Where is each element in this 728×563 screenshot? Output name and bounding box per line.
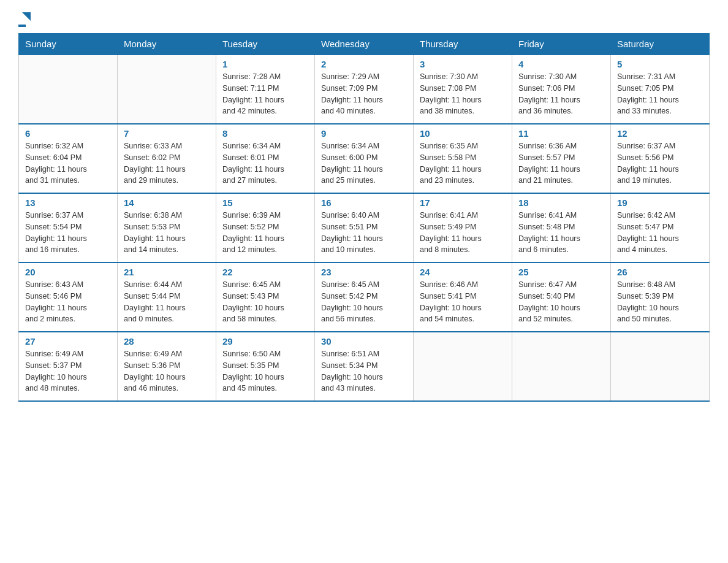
calendar-cell: 4Sunrise: 7:30 AMSunset: 7:06 PMDaylight… bbox=[512, 55, 611, 124]
day-info: Sunrise: 6:45 AMSunset: 5:42 PMDaylight:… bbox=[321, 279, 407, 325]
day-number: 3 bbox=[420, 59, 506, 69]
day-number: 25 bbox=[518, 267, 604, 277]
calendar-cell: 10Sunrise: 6:35 AMSunset: 5:58 PMDayligh… bbox=[414, 124, 512, 193]
day-info: Sunrise: 7:28 AMSunset: 7:11 PMDaylight:… bbox=[222, 71, 308, 117]
calendar-cell: 22Sunrise: 6:45 AMSunset: 5:43 PMDayligh… bbox=[216, 262, 315, 332]
day-number: 16 bbox=[321, 197, 407, 208]
day-number: 9 bbox=[321, 128, 407, 139]
day-info: Sunrise: 6:38 AMSunset: 5:53 PMDaylight:… bbox=[124, 210, 210, 256]
calendar-cell: 9Sunrise: 6:34 AMSunset: 6:00 PMDaylight… bbox=[315, 124, 414, 193]
calendar-cell: 17Sunrise: 6:41 AMSunset: 5:49 PMDayligh… bbox=[414, 193, 512, 262]
day-info: Sunrise: 6:42 AMSunset: 5:47 PMDaylight:… bbox=[617, 210, 703, 256]
weekday-header-monday: Monday bbox=[118, 34, 216, 55]
day-info: Sunrise: 6:33 AMSunset: 6:02 PMDaylight:… bbox=[124, 140, 210, 186]
calendar-cell: 3Sunrise: 7:30 AMSunset: 7:08 PMDaylight… bbox=[414, 55, 512, 124]
day-number: 10 bbox=[420, 128, 506, 139]
day-info: Sunrise: 6:34 AMSunset: 6:01 PMDaylight:… bbox=[222, 140, 308, 186]
day-info: Sunrise: 6:37 AMSunset: 5:54 PMDaylight:… bbox=[25, 210, 111, 256]
day-number: 23 bbox=[321, 267, 407, 277]
calendar-cell: 1Sunrise: 7:28 AMSunset: 7:11 PMDaylight… bbox=[216, 55, 315, 124]
day-number: 15 bbox=[222, 197, 308, 208]
day-info: Sunrise: 7:29 AMSunset: 7:09 PMDaylight:… bbox=[321, 71, 407, 117]
day-number: 24 bbox=[420, 267, 506, 277]
calendar-cell: 2Sunrise: 7:29 AMSunset: 7:09 PMDaylight… bbox=[315, 55, 414, 124]
day-info: Sunrise: 6:40 AMSunset: 5:51 PMDaylight:… bbox=[321, 210, 407, 256]
calendar-cell bbox=[414, 332, 512, 401]
day-info: Sunrise: 6:43 AMSunset: 5:46 PMDaylight:… bbox=[25, 279, 111, 325]
day-number: 13 bbox=[25, 197, 111, 208]
day-number: 18 bbox=[518, 197, 604, 208]
calendar-cell: 13Sunrise: 6:37 AMSunset: 5:54 PMDayligh… bbox=[19, 193, 118, 262]
calendar-cell: 29Sunrise: 6:50 AMSunset: 5:35 PMDayligh… bbox=[216, 332, 315, 401]
day-number: 22 bbox=[222, 267, 308, 277]
day-number: 29 bbox=[222, 336, 308, 347]
day-number: 21 bbox=[124, 267, 210, 277]
calendar-cell: 15Sunrise: 6:39 AMSunset: 5:52 PMDayligh… bbox=[216, 193, 315, 262]
day-info: Sunrise: 6:48 AMSunset: 5:39 PMDaylight:… bbox=[617, 279, 703, 325]
weekday-header-friday: Friday bbox=[512, 34, 611, 55]
logo-triangle-icon bbox=[20, 10, 33, 23]
day-number: 11 bbox=[518, 128, 604, 139]
day-number: 19 bbox=[617, 197, 703, 208]
calendar-cell: 11Sunrise: 6:36 AMSunset: 5:57 PMDayligh… bbox=[512, 124, 611, 193]
calendar-cell: 8Sunrise: 6:34 AMSunset: 6:01 PMDaylight… bbox=[216, 124, 315, 193]
day-info: Sunrise: 6:51 AMSunset: 5:34 PMDaylight:… bbox=[321, 348, 407, 394]
calendar-cell: 25Sunrise: 6:47 AMSunset: 5:40 PMDayligh… bbox=[512, 262, 611, 332]
weekday-header-wednesday: Wednesday bbox=[315, 34, 414, 55]
calendar-cell: 30Sunrise: 6:51 AMSunset: 5:34 PMDayligh… bbox=[315, 332, 414, 401]
calendar-cell: 27Sunrise: 6:49 AMSunset: 5:37 PMDayligh… bbox=[19, 332, 118, 401]
day-number: 5 bbox=[617, 59, 703, 69]
weekday-header-sunday: Sunday bbox=[19, 34, 118, 55]
calendar-cell: 16Sunrise: 6:40 AMSunset: 5:51 PMDayligh… bbox=[315, 193, 414, 262]
calendar-cell bbox=[512, 332, 611, 401]
day-info: Sunrise: 6:44 AMSunset: 5:44 PMDaylight:… bbox=[124, 279, 210, 325]
calendar-cell bbox=[19, 55, 118, 124]
calendar-cell: 20Sunrise: 6:43 AMSunset: 5:46 PMDayligh… bbox=[19, 262, 118, 332]
calendar-cell: 26Sunrise: 6:48 AMSunset: 5:39 PMDayligh… bbox=[611, 262, 710, 332]
day-info: Sunrise: 6:49 AMSunset: 5:36 PMDaylight:… bbox=[124, 348, 210, 394]
calendar-cell: 18Sunrise: 6:41 AMSunset: 5:48 PMDayligh… bbox=[512, 193, 611, 262]
day-info: Sunrise: 7:30 AMSunset: 7:08 PMDaylight:… bbox=[420, 71, 506, 117]
calendar-cell: 23Sunrise: 6:45 AMSunset: 5:42 PMDayligh… bbox=[315, 262, 414, 332]
calendar-week-row: 1Sunrise: 7:28 AMSunset: 7:11 PMDaylight… bbox=[19, 55, 710, 124]
calendar-cell: 6Sunrise: 6:32 AMSunset: 6:04 PMDaylight… bbox=[19, 124, 118, 193]
day-number: 2 bbox=[321, 59, 407, 69]
calendar-week-row: 6Sunrise: 6:32 AMSunset: 6:04 PMDaylight… bbox=[19, 124, 710, 193]
day-info: Sunrise: 6:46 AMSunset: 5:41 PMDaylight:… bbox=[420, 279, 506, 325]
day-info: Sunrise: 6:45 AMSunset: 5:43 PMDaylight:… bbox=[222, 279, 308, 325]
day-number: 8 bbox=[222, 128, 308, 139]
day-number: 4 bbox=[518, 59, 604, 69]
calendar-header-row: SundayMondayTuesdayWednesdayThursdayFrid… bbox=[19, 34, 710, 55]
day-info: Sunrise: 6:39 AMSunset: 5:52 PMDaylight:… bbox=[222, 210, 308, 256]
svg-marker-0 bbox=[22, 12, 31, 21]
day-info: Sunrise: 6:37 AMSunset: 5:56 PMDaylight:… bbox=[617, 140, 703, 186]
calendar-cell: 24Sunrise: 6:46 AMSunset: 5:41 PMDayligh… bbox=[414, 262, 512, 332]
logo bbox=[18, 12, 33, 27]
day-number: 12 bbox=[617, 128, 703, 139]
calendar-cell bbox=[611, 332, 710, 401]
calendar-cell: 12Sunrise: 6:37 AMSunset: 5:56 PMDayligh… bbox=[611, 124, 710, 193]
day-number: 26 bbox=[617, 267, 703, 277]
weekday-header-saturday: Saturday bbox=[611, 34, 710, 55]
page-header bbox=[18, 12, 710, 27]
day-number: 20 bbox=[25, 267, 111, 277]
day-info: Sunrise: 6:41 AMSunset: 5:48 PMDaylight:… bbox=[518, 210, 604, 256]
day-info: Sunrise: 6:47 AMSunset: 5:40 PMDaylight:… bbox=[518, 279, 604, 325]
calendar-week-row: 27Sunrise: 6:49 AMSunset: 5:37 PMDayligh… bbox=[19, 332, 710, 401]
day-number: 27 bbox=[25, 336, 111, 347]
weekday-header-thursday: Thursday bbox=[414, 34, 512, 55]
calendar-cell: 14Sunrise: 6:38 AMSunset: 5:53 PMDayligh… bbox=[118, 193, 216, 262]
calendar-cell: 5Sunrise: 7:31 AMSunset: 7:05 PMDaylight… bbox=[611, 55, 710, 124]
day-number: 30 bbox=[321, 336, 407, 347]
day-info: Sunrise: 6:41 AMSunset: 5:49 PMDaylight:… bbox=[420, 210, 506, 256]
day-number: 1 bbox=[222, 59, 308, 69]
day-number: 6 bbox=[25, 128, 111, 139]
calendar-week-row: 13Sunrise: 6:37 AMSunset: 5:54 PMDayligh… bbox=[19, 193, 710, 262]
day-info: Sunrise: 6:36 AMSunset: 5:57 PMDaylight:… bbox=[518, 140, 604, 186]
weekday-header-tuesday: Tuesday bbox=[216, 34, 315, 55]
calendar-table: SundayMondayTuesdayWednesdayThursdayFrid… bbox=[18, 33, 710, 402]
day-info: Sunrise: 7:30 AMSunset: 7:06 PMDaylight:… bbox=[518, 71, 604, 117]
day-number: 7 bbox=[124, 128, 210, 139]
calendar-week-row: 20Sunrise: 6:43 AMSunset: 5:46 PMDayligh… bbox=[19, 262, 710, 332]
day-number: 28 bbox=[124, 336, 210, 347]
